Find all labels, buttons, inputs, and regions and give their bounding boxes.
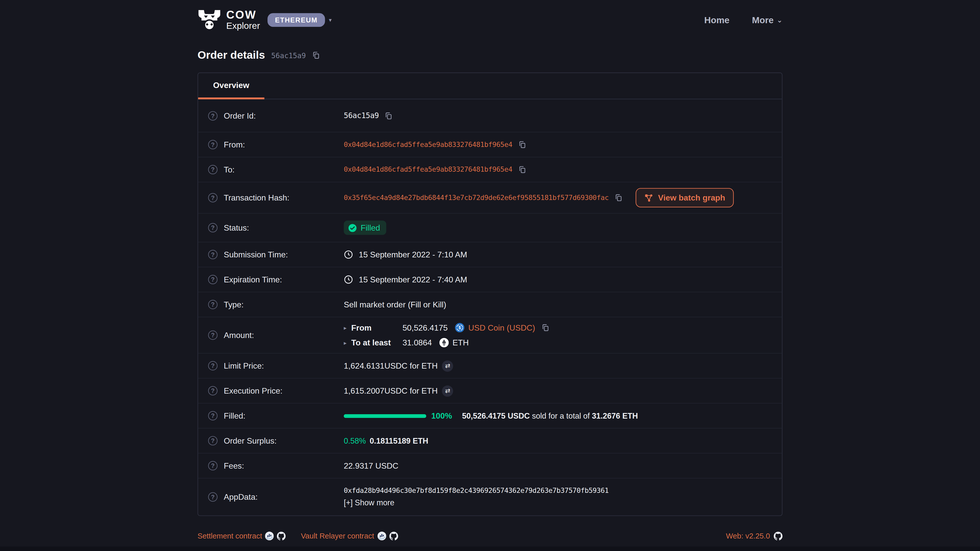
limit-price-suffix: USDC for ETH (384, 361, 438, 371)
from-address-link[interactable]: 0x04d84e1d86cfad5ffea5e9ab833276481bf965… (344, 141, 512, 149)
help-icon[interactable]: ? (208, 250, 218, 259)
status-badge: Filled (344, 221, 387, 235)
status-text: Filled (361, 223, 380, 232)
nav-more-menu[interactable]: More ⌄ (752, 15, 783, 25)
eth-token-label: ETH (452, 338, 469, 348)
help-icon[interactable]: ? (208, 436, 218, 445)
help-icon[interactable]: ? (208, 140, 218, 149)
page: COW Explorer ETHEREUM ▾ Home More ⌄ Ord (0, 0, 980, 551)
tx-hash-link[interactable]: 0x35f65ec4a9d84e27bdb6844f13e7cb72d9de62… (344, 194, 609, 202)
execution-price-suffix: USDC for ETH (384, 386, 438, 395)
help-icon[interactable]: ? (208, 492, 218, 502)
amount-from-line: ▸ From 50,526.4175 $ USD Coin (USDC) (344, 323, 549, 332)
vault-relayer-contract-link[interactable]: Vault Relayer contract (301, 532, 374, 540)
logo-wordmark: COW Explorer (226, 9, 260, 31)
usdc-icon: $ (455, 323, 465, 332)
network-selector-badge[interactable]: ETHEREUM (267, 13, 325, 27)
row-appdata: ? AppData: 0xfda28b94d496c30e7bf8d159f8e… (198, 478, 782, 515)
row-status: ? Status: Filled (198, 213, 782, 242)
github-icon[interactable] (389, 532, 398, 540)
cow-explorer-logo[interactable]: COW Explorer (197, 8, 260, 32)
clock-icon (344, 250, 353, 259)
help-icon[interactable]: ? (208, 411, 218, 421)
swap-arrows-icon: ⇄ (445, 362, 450, 369)
tab-bar: Overview (198, 73, 782, 100)
tab-overview[interactable]: Overview (198, 73, 264, 100)
copy-order-id-button[interactable] (312, 51, 320, 59)
help-icon[interactable]: ? (208, 330, 218, 340)
vault-relayer-contract-group: Vault Relayer contract (301, 532, 398, 540)
chevron-down-icon: ⌄ (777, 16, 783, 24)
svg-text:$: $ (458, 325, 461, 330)
help-icon[interactable]: ? (208, 300, 218, 310)
help-icon[interactable]: ? (208, 223, 218, 232)
usdc-token-link[interactable]: USD Coin (USDC) (468, 323, 535, 332)
top-bar: COW Explorer ETHEREUM ▾ Home More ⌄ (0, 0, 980, 32)
logo-title: COW (226, 9, 260, 21)
copy-icon[interactable] (518, 141, 526, 149)
bottom-strip (0, 547, 980, 551)
row-to: ? To: 0x04d84e1d86cfad5ffea5e9ab83327648… (198, 157, 782, 182)
execution-price-amount: 1,615.2007 (344, 386, 384, 395)
limit-price-amount: 1,624.6131 (344, 361, 384, 371)
row-amount: ? Amount: ▸ From 50,526.4175 $ USD Coin … (198, 317, 782, 353)
clock-icon (344, 275, 353, 284)
page-footer: Settlement contract Vault Relayer contra… (0, 532, 980, 540)
surplus-value: 0.18115189 ETH (369, 437, 428, 445)
help-icon[interactable]: ? (208, 275, 218, 284)
invert-price-button[interactable]: ⇄ (442, 360, 453, 372)
fees-value: 22.9317 USDC (344, 461, 398, 470)
triangle-right-icon: ▸ (344, 340, 351, 346)
help-icon[interactable]: ? (208, 461, 218, 470)
order-id-value: 56ac15a9 (344, 111, 379, 120)
appdata-hash: 0xfda28b94d496c30e7bf8d159f8e2c439692657… (344, 487, 609, 495)
row-from: ? From: 0x04d84e1d86cfad5ffea5e9ab833276… (198, 132, 782, 157)
help-icon[interactable]: ? (208, 111, 218, 121)
submission-time-value: 15 September 2022 - 7:10 AM (359, 250, 467, 259)
order-short-id: 56ac15a9 (271, 51, 306, 60)
batch-graph-icon (644, 193, 653, 202)
cow-icon (197, 8, 221, 32)
filled-progress-bar (344, 414, 426, 418)
row-type: ? Type: Sell market order (Fill or Kill) (198, 292, 782, 317)
filled-percent: 100% (431, 411, 452, 421)
etherscan-icon[interactable] (265, 532, 274, 540)
logo-subtitle: Explorer (226, 21, 260, 31)
expiration-time-value: 15 September 2022 - 7:40 AM (359, 275, 467, 284)
view-batch-graph-button[interactable]: View batch graph (635, 188, 734, 207)
main-content: Order details 56ac15a9 Overview ? Order … (197, 49, 783, 516)
settlement-contract-group: Settlement contract (197, 532, 286, 540)
check-circle-icon (348, 224, 357, 232)
appdata-show-more-link[interactable]: [+] Show more (344, 499, 609, 507)
swap-arrows-icon: ⇄ (445, 387, 450, 394)
copy-icon[interactable] (541, 324, 549, 332)
row-order-surplus: ? Order Surplus: 0.58% 0.18115189 ETH (198, 428, 782, 453)
copy-icon[interactable] (614, 194, 622, 202)
row-filled: ? Filled: 100% 50,526.4175 USDC sold for… (198, 403, 782, 428)
to-address-link[interactable]: 0x04d84e1d86cfad5ffea5e9ab833276481bf965… (344, 165, 512, 174)
invert-price-button[interactable]: ⇄ (442, 385, 453, 396)
etherscan-icon[interactable] (377, 532, 386, 540)
order-details-card: Overview ? Order Id: 56ac15a9 ? (197, 73, 783, 516)
help-icon[interactable]: ? (208, 193, 218, 203)
row-expiration-time: ? Expiration Time: 15 September 2022 - 7… (198, 267, 782, 292)
help-icon[interactable]: ? (208, 361, 218, 371)
main-nav: Home More ⌄ (704, 15, 783, 25)
nav-home-link[interactable]: Home (704, 15, 730, 25)
row-fees: ? Fees: 22.9317 USDC (198, 453, 782, 478)
copy-icon[interactable] (518, 165, 526, 174)
settlement-contract-link[interactable]: Settlement contract (197, 532, 262, 540)
amount-from-value: 50,526.4175 (402, 323, 448, 332)
page-title: Order details (197, 49, 265, 62)
web-version-link[interactable]: Web: v2.25.0 (726, 532, 770, 540)
help-icon[interactable]: ? (208, 386, 218, 395)
help-icon[interactable]: ? (208, 165, 218, 175)
copy-icon[interactable] (385, 111, 393, 120)
network-caret-down-icon[interactable]: ▾ (329, 17, 331, 23)
github-icon[interactable] (277, 532, 286, 540)
amount-to-value: 31.0864 (402, 338, 432, 348)
row-execution-price: ? Execution Price: 1,615.2007USDC for ET… (198, 378, 782, 403)
order-type-value: Sell market order (Fill or Kill) (344, 300, 446, 310)
triangle-right-icon: ▸ (344, 324, 351, 330)
github-icon[interactable] (774, 532, 783, 540)
